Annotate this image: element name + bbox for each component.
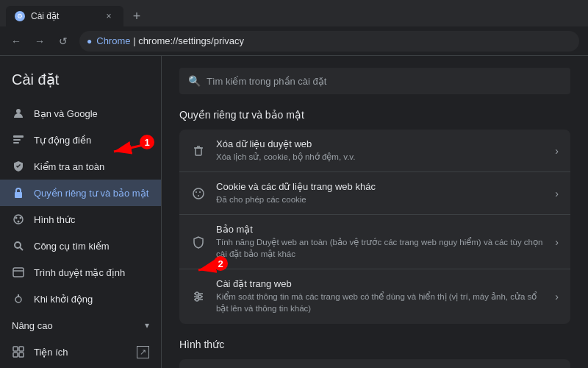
sidebar-item-khi-khoi-dong[interactable]: Khi khởi động — [0, 286, 161, 312]
sliders-icon — [191, 289, 206, 304]
svg-point-32 — [198, 295, 201, 298]
svg-rect-1 — [13, 135, 24, 138]
sidebar-item-gioi-thieu[interactable]: i Giới thiệu về Chrome — [0, 365, 161, 368]
ext-link-icon: ↗ — [137, 346, 149, 358]
tab-favicon: ⚙ — [15, 11, 25, 21]
svg-point-13 — [15, 297, 21, 302]
bao-mat-title: Bảo mật — [216, 224, 545, 235]
magnify-icon — [12, 239, 25, 252]
settings-item-cai-dat-trang-web[interactable]: Cài đặt trang web Kiểm soát thông tin mà… — [179, 269, 570, 323]
chevron-down-icon: ▾ — [145, 320, 149, 330]
sidebar-item-label-trinh-duyet: Trình duyệt mặc định — [34, 267, 125, 278]
svg-rect-15 — [13, 347, 18, 351]
svg-point-31 — [196, 292, 198, 295]
sidebar-item-tu-dong-dien[interactable]: Tự động điền — [0, 127, 161, 153]
sidebar-title: Cài đặt — [0, 68, 161, 100]
svg-rect-11 — [13, 268, 24, 277]
person-icon — [12, 107, 25, 120]
sidebar-item-tien-ich[interactable]: Tiện ích ↗ — [0, 339, 161, 365]
sidebar-item-label-kiem-tra: Kiểm tra an toàn — [34, 161, 104, 172]
bao-mat-content: Bảo mật Tính năng Duyệt web an toàn (bảo… — [216, 224, 545, 260]
sidebar-item-kiem-tra-an-toan[interactable]: Kiểm tra an toàn — [0, 153, 161, 180]
toolbar: ← → ↺ ● Chrome | chrome://settings/priva… — [0, 26, 588, 56]
bao-mat-arrow: › — [555, 236, 559, 248]
tab-title: Cài đặt — [31, 11, 97, 21]
forward-button[interactable]: → — [29, 31, 50, 52]
palette-icon — [12, 213, 25, 226]
privacy-section-title: Quyền riêng tư và bảo mật — [179, 109, 570, 121]
svg-rect-4 — [15, 192, 22, 198]
sidebar-item-trinh-duyet[interactable]: Trình duyệt mặc định — [0, 259, 161, 286]
sidebar-item-label-tu-dong-dien: Tự động điền — [34, 135, 91, 146]
svg-rect-18 — [19, 353, 24, 357]
sidebar-item-label-quyen-rieng-tu: Quyền riêng tư và bảo mật — [34, 188, 148, 199]
browser-frame: ⚙ Cài đặt × + ← → ↺ ● Chrome | chrome://… — [0, 0, 588, 368]
settings-item-xoa-du-lieu[interactable]: Xóa dữ liệu duyệt web Xóa lịch sử, cooki… — [179, 130, 570, 172]
content-area: Cài đặt Bạn và Google Tự động điền Kiểm … — [0, 56, 588, 368]
trash-icon — [191, 144, 206, 158]
svg-rect-2 — [13, 139, 21, 141]
privacy-settings-card: Xóa dữ liệu duyệt web Xóa lịch sử, cooki… — [179, 130, 570, 324]
xoa-du-lieu-content: Xóa dữ liệu duyệt web Xóa lịch sử, cooki… — [216, 138, 545, 163]
svg-point-33 — [196, 298, 198, 301]
address-bar[interactable]: ● Chrome | chrome://settings/privacy — [79, 31, 579, 52]
svg-point-25 — [196, 191, 197, 193]
cookie-arrow: › — [555, 188, 559, 199]
bao-mat-desc: Tính năng Duyệt web an toàn (bảo vệ trướ… — [216, 236, 545, 260]
svg-point-24 — [193, 188, 204, 199]
sidebar: Cài đặt Bạn và Google Tự động điền Kiểm … — [0, 56, 162, 368]
nang-cao-label: Nâng cao — [12, 320, 53, 331]
hinh-thuc-settings-card: Chủ đề Mở cửa hàng Chrome trực tuyến ↗ H… — [179, 359, 570, 368]
chrome-icon: ● — [87, 36, 92, 46]
address-url: chrome://settings/privacy — [138, 35, 244, 46]
xoa-du-lieu-desc: Xóa lịch sử, cookie, bộ nhớ đệm, v.v. — [216, 151, 545, 163]
cai-dat-trang-web-content: Cài đặt trang web Kiểm soát thông tin mà… — [216, 278, 545, 314]
svg-rect-3 — [13, 142, 19, 144]
sidebar-item-label-cong-cu: Công cụ tìm kiếm — [34, 241, 110, 252]
browser-icon — [12, 266, 25, 279]
settings-item-chu-de[interactable]: Chủ đề Mở cửa hàng Chrome trực tuyến ↗ — [179, 359, 570, 368]
sidebar-item-cong-cu-tim-kiem[interactable]: Công cụ tìm kiếm — [0, 233, 161, 259]
cookie-desc: Đã cho phép các cookie — [216, 194, 545, 205]
close-tab-button[interactable]: × — [103, 10, 115, 22]
tab-bar: ⚙ Cài đặt × + — [0, 0, 588, 26]
svg-point-7 — [20, 217, 22, 219]
svg-rect-16 — [19, 347, 24, 351]
svg-point-8 — [18, 221, 20, 223]
svg-rect-17 — [13, 353, 18, 357]
new-tab-button[interactable]: + — [126, 6, 147, 26]
sidebar-item-hinh-thuc[interactable]: Hình thức — [0, 206, 161, 233]
autofill-icon — [12, 133, 25, 146]
svg-point-27 — [198, 195, 199, 197]
lock-icon — [12, 186, 25, 199]
address-chrome: Chrome — [96, 35, 130, 46]
search-bar[interactable]: 🔍 Tìm kiếm trong phần cài đặt — [179, 68, 570, 94]
sidebar-item-label-hinh-thuc: Hình thức — [34, 214, 75, 225]
settings-item-bao-mat[interactable]: Bảo mật Tính năng Duyệt web an toàn (bảo… — [179, 215, 570, 269]
power-icon — [12, 292, 25, 305]
cai-dat-trang-web-arrow: › — [555, 291, 559, 302]
settings-item-cookie[interactable]: Cookie và các dữ liệu trang web khác Đã … — [179, 172, 570, 215]
xoa-du-lieu-arrow: › — [555, 145, 559, 157]
cookie-icon — [191, 186, 206, 201]
extension-icon — [12, 345, 25, 358]
svg-rect-21 — [196, 148, 201, 155]
svg-point-0 — [16, 109, 21, 113]
refresh-button[interactable]: ↺ — [53, 31, 74, 52]
cai-dat-trang-web-title: Cài đặt trang web — [216, 278, 545, 289]
sidebar-item-ban-va-google[interactable]: Bạn và Google — [0, 100, 161, 127]
sidebar-item-label-ban-va-google: Bạn và Google — [34, 108, 98, 119]
address-text: Chrome | chrome://settings/privacy — [96, 35, 244, 46]
cai-dat-trang-web-desc: Kiểm soát thông tin mà các trang web có … — [216, 291, 545, 314]
cookie-content: Cookie và các dữ liệu trang web khác Đã … — [216, 181, 545, 205]
active-tab[interactable]: ⚙ Cài đặt × — [6, 6, 123, 26]
sidebar-item-quyen-rieng-tu[interactable]: Quyền riêng tư và bảo mật — [0, 180, 161, 206]
sidebar-section-nang-cao[interactable]: Nâng cao ▾ — [0, 312, 161, 339]
tien-ich-label: Tiện ích — [34, 347, 68, 358]
main-panel: 🔍 Tìm kiếm trong phần cài đặt Quyền riên… — [162, 56, 588, 368]
cookie-title: Cookie và các dữ liệu trang web khác — [216, 181, 545, 192]
svg-point-9 — [15, 242, 21, 248]
back-button[interactable]: ← — [6, 31, 26, 52]
svg-point-26 — [199, 191, 201, 193]
xoa-du-lieu-title: Xóa dữ liệu duyệt web — [216, 138, 545, 149]
